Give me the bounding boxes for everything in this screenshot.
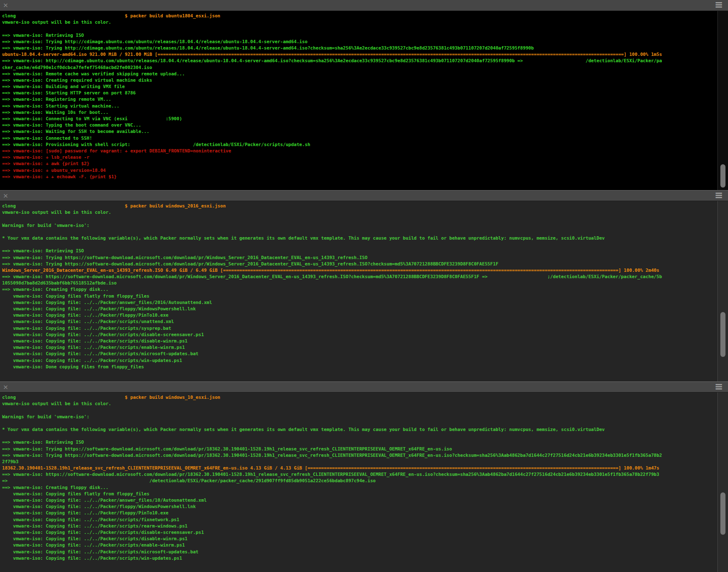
- terminal-line: vmware-iso: Copying file: ../../Packer/f…: [2, 503, 728, 510]
- terminal-line: ==> vmware-iso: Registering remote VM...: [2, 96, 728, 102]
- terminal-line: [2, 433, 728, 439]
- terminal-line: vmware-iso: Copying file: ../../Packer/f…: [2, 306, 728, 312]
- terminal-line: ==> vmware-iso: + awk {print $2}: [2, 160, 728, 167]
- scrollbar-thumb[interactable]: [720, 312, 725, 357]
- close-icon[interactable]: ✕: [3, 191, 8, 201]
- terminal-line: vmware-iso output will be in this color.: [2, 209, 728, 216]
- pane-titlebar: ✕ ≡: [0, 190, 728, 201]
- terminal-line: vmware-iso: Done copying files from flop…: [2, 364, 728, 370]
- terminal-line: * Your vmx data contains the following v…: [2, 426, 728, 433]
- terminal-line: clong $ packer build windows_10_esxi.jso…: [2, 394, 728, 401]
- terminal-line: vmware-iso: Copying file: ../../Packer/s…: [2, 332, 728, 338]
- terminal-line: [2, 420, 728, 426]
- terminal-line: ==> vmware-iso: Trying https://software-…: [2, 446, 728, 452]
- terminal-line: ==> vmware-iso: Connected to SSH!: [2, 135, 728, 141]
- terminal-line: vmware-iso: Copying files flatly from fl…: [2, 491, 728, 497]
- terminal-line: vmware-iso: Copying file: ../../Packer/s…: [2, 536, 728, 542]
- scrollbar[interactable]: [717, 392, 728, 572]
- terminal-line: ==> vmware-iso: Trying http://cdimage.ub…: [2, 39, 728, 45]
- terminal-line: => /detectionlab/ESXi/Packer/packer_cach…: [2, 478, 728, 484]
- terminal-line: ==> vmware-iso: Creating required virtua…: [2, 77, 728, 83]
- terminal-line: ==> vmware-iso: Remote cache was verifie…: [2, 71, 728, 77]
- terminal-line: cker_cache/e6d790e1cf0dcbca7fefef75468ac…: [2, 64, 728, 71]
- terminal-line: vmware-iso output will be in this color.: [2, 401, 728, 407]
- terminal-line: ==> vmware-iso: https://software-downloa…: [2, 471, 728, 478]
- terminal-line: * Your vmx data contains the following v…: [2, 235, 728, 241]
- terminal-pane-ubuntu1804: ✕ ≡ clong $ packer build ubuntu1804_esxi…: [0, 0, 728, 190]
- terminal-line: vmware-iso: Copying file: ../../Packer/s…: [2, 318, 728, 325]
- terminal-line: vmware-iso: Copying file: ../../Packer/s…: [2, 523, 728, 529]
- terminal-line: vmware-iso: Copying file: ../../Packer/a…: [2, 497, 728, 503]
- terminal-line: vmware-iso: Copying file: ../../Packer/s…: [2, 325, 728, 332]
- close-icon[interactable]: ✕: [3, 0, 8, 11]
- terminal-line: ==> vmware-iso: + ubuntu_version=18.04: [2, 167, 728, 174]
- terminal-line: ==> vmware-iso: Trying https://software-…: [2, 254, 728, 261]
- terminal-line: ubuntu-18.04.4-server-amd64.iso 921.00 M…: [2, 51, 728, 58]
- terminal-line: ==> vmware-iso: Waiting 10s for boot...: [2, 109, 728, 116]
- terminal-line: ==> vmware-iso: Typing the boot command …: [2, 122, 728, 128]
- terminal-line: ==> vmware-iso: https://software-downloa…: [2, 274, 728, 280]
- terminal-line: vmware-iso: Copying file: ../../Packer/f…: [2, 510, 728, 516]
- terminal-line: vmware-iso: Copying file: ../../Packer/s…: [2, 555, 728, 561]
- terminal-line: vmware-iso: Copying files flatly from fl…: [2, 293, 728, 299]
- terminal-line: Warnings for build 'vmware-iso':: [2, 414, 728, 420]
- menu-icon[interactable]: ≡: [714, 0, 723, 10]
- terminal-line: ==> vmware-iso: Provisioning with shell …: [2, 141, 728, 148]
- terminal-line: [2, 229, 728, 235]
- terminal-line: vmware-iso: Copying file: ../../Packer/s…: [2, 344, 728, 351]
- terminal-line: ==> vmware-iso: Retrieving ISO: [2, 32, 728, 39]
- terminal-line: [2, 407, 728, 413]
- terminal-line: vmware-iso: Copying file: ../../Packer/s…: [2, 351, 728, 357]
- terminal-line: 2f79b3: [2, 459, 728, 465]
- terminal-line: 18362.30.190401-1528.19h1_release_svc_re…: [2, 465, 728, 471]
- terminal-line: vmware-iso: Copying file: ../../Packer/f…: [2, 312, 728, 318]
- terminal-line: vmware-iso: Copying file: ../../Packer/s…: [2, 357, 728, 364]
- terminal-line: ==> vmware-iso: Building and writing VMX…: [2, 83, 728, 90]
- terminal-line: ==> vmware-iso: [sudo] password for vagr…: [2, 148, 728, 154]
- terminal-line: vmware-iso: Copying file: ../../Packer/s…: [2, 542, 728, 548]
- terminal-line: vmware-iso: Copying file: ../../Packer/a…: [2, 299, 728, 306]
- menu-icon[interactable]: ≡: [714, 381, 723, 392]
- terminal-line: ==> vmware-iso: Creating floppy disk...: [2, 484, 728, 491]
- terminal-line: ==> vmware-iso: Starting HTTP server on …: [2, 90, 728, 96]
- terminal-line: clong $ packer build windows_2016_esxi.j…: [2, 203, 728, 209]
- terminal-line: [2, 241, 728, 248]
- terminal-line: ==> vmware-iso: Trying https://software-…: [2, 261, 728, 267]
- terminal-line: ==> vmware-iso: Waiting for SSH to becom…: [2, 128, 728, 135]
- terminal-line: ==> vmware-iso: http://cdimage.ubuntu.co…: [2, 58, 728, 64]
- terminal-output[interactable]: clong $ packer build ubuntu1804_esxi.jso…: [0, 11, 728, 190]
- pane-titlebar: ✕ ≡: [0, 381, 728, 392]
- terminal-line: ==> vmware-iso: Retrieving ISO: [2, 248, 728, 254]
- scrollbar-thumb[interactable]: [720, 164, 725, 188]
- terminal-line: ==> vmware-iso: Connecting to VM via VNC…: [2, 116, 728, 122]
- terminal-line: ==> vmware-iso: Trying https://software-…: [2, 452, 728, 459]
- terminal-line: ==> vmware-iso: + + echoawk -F. {print $…: [2, 174, 728, 180]
- terminal-line: clong $ packer build ubuntu1804_esxi.jso…: [2, 13, 728, 19]
- pane-titlebar: ✕ ≡: [0, 0, 728, 11]
- terminal-line: Windows_Server_2016_Datacenter_EVAL_en-u…: [2, 267, 728, 274]
- terminal-line: ==> vmware-iso: Trying http://cdimage.ub…: [2, 45, 728, 51]
- scrollbar[interactable]: [717, 201, 728, 381]
- menu-icon[interactable]: ≡: [714, 190, 723, 201]
- terminal-line: [2, 216, 728, 222]
- terminal-line: 1055098d7ba8d2d635babf6bb76518512afbde.i…: [2, 280, 728, 286]
- terminal-line: Warnings for build 'vmware-iso':: [2, 222, 728, 229]
- terminal-line: [2, 25, 728, 32]
- scrollbar[interactable]: [717, 11, 728, 190]
- terminal-pane-windows10: ✕ ≡ clong $ packer build windows_10_esxi…: [0, 381, 728, 572]
- terminal-window: ✕ ≡ clong $ packer build ubuntu1804_esxi…: [0, 0, 728, 572]
- close-icon[interactable]: ✕: [3, 382, 8, 392]
- terminal-pane-windows2016: ✕ ≡ clong $ packer build windows_2016_es…: [0, 190, 728, 381]
- terminal-line: vmware-iso output will be in this color.: [2, 19, 728, 25]
- terminal-line: ==> vmware-iso: Creating floppy disk...: [2, 286, 728, 293]
- terminal-output[interactable]: clong $ packer build windows_2016_esxi.j…: [0, 201, 728, 381]
- terminal-output[interactable]: clong $ packer build windows_10_esxi.jso…: [0, 392, 728, 572]
- scrollbar-thumb[interactable]: [720, 492, 725, 535]
- terminal-line: ==> vmware-iso: Starting virtual machine…: [2, 103, 728, 109]
- terminal-line: vmware-iso: Copying file: ../../Packer/s…: [2, 517, 728, 523]
- terminal-line: vmware-iso: Copying file: ../../Packer/s…: [2, 529, 728, 536]
- terminal-line: vmware-iso: Copying file: ../../Packer/s…: [2, 549, 728, 555]
- terminal-line: ==> vmware-iso: Retrieving ISO: [2, 439, 728, 445]
- terminal-line: ==> vmware-iso: + lsb_release -r: [2, 154, 728, 160]
- terminal-line: vmware-iso: Copying file: ../../Packer/s…: [2, 338, 728, 344]
